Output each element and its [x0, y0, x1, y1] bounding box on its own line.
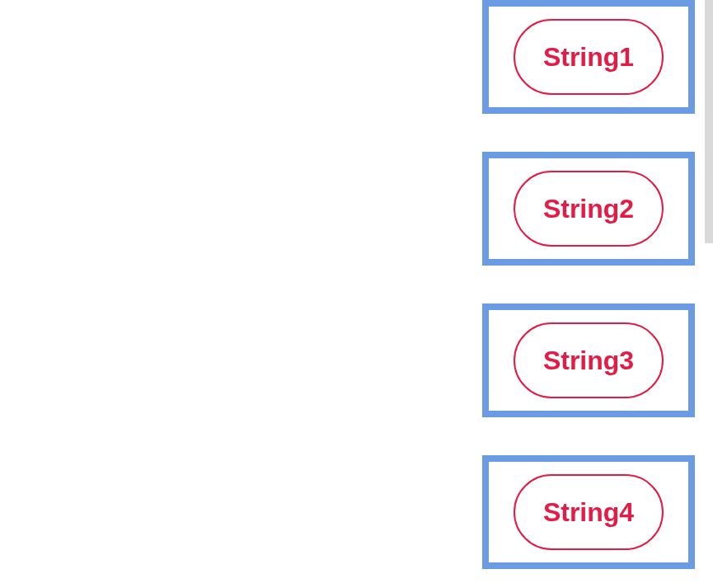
item-label: String2 — [543, 194, 634, 224]
item-label: String4 — [543, 497, 634, 528]
item-pill: String1 — [514, 19, 664, 95]
item-pill: String3 — [514, 322, 664, 398]
item-box: String2 — [482, 152, 695, 266]
item-pill: String2 — [514, 171, 664, 247]
item-list: String1 String2 String3 String4 — [482, 0, 695, 569]
item-box: String1 — [482, 0, 695, 114]
item-box: String4 — [482, 455, 695, 569]
item-label: String3 — [543, 346, 634, 376]
side-scrollbar[interactable] — [705, 0, 713, 243]
item-label: String1 — [543, 42, 634, 73]
item-box: String3 — [482, 303, 695, 417]
item-pill: String4 — [514, 474, 664, 550]
